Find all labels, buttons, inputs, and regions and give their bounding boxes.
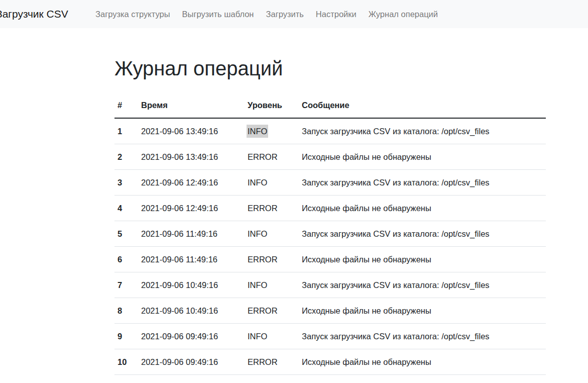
log-level: INFO [245, 118, 299, 144]
log-level: INFO [245, 272, 299, 298]
navbar-brand[interactable]: Загрузчик CSV [0, 0, 68, 28]
row-number: 9 [114, 324, 138, 349]
row-number: 5 [114, 221, 138, 247]
log-level-text: INFO [248, 280, 267, 290]
log-timestamp: 2021-09-06 13:49:16 [138, 144, 245, 170]
log-timestamp: 2021-09-06 11:49:16 [138, 247, 245, 272]
navbar: Загрузчик CSV Загрузка структурыВыгрузит… [0, 0, 588, 28]
log-level-text: ERROR [248, 255, 278, 264]
column-header: Время [138, 92, 245, 118]
log-message: Запуск загрузчика CSV из каталога: /opt/… [299, 324, 546, 349]
log-level: INFO [245, 324, 299, 349]
table-row: 72021-09-06 10:49:16INFOЗапуск загрузчик… [114, 272, 546, 298]
table-row: 12021-09-06 13:49:16INFOЗапуск загрузчик… [114, 118, 546, 144]
table-row: 32021-09-06 12:49:16INFOЗапуск загрузчик… [114, 170, 546, 196]
log-table: #ВремяУровеньСообщение 12021-09-06 13:49… [114, 92, 546, 375]
log-level: INFO [245, 221, 299, 247]
nav-link-выгрузить-шаблон[interactable]: Выгрузить шаблон [178, 6, 258, 23]
log-level: ERROR [245, 247, 299, 272]
log-message: Исходные файлы не обнаружены [299, 247, 546, 272]
log-message: Исходные файлы не обнаружены [299, 144, 546, 170]
navbar-menu: Загрузка структурыВыгрузить шаблонЗагруз… [89, 0, 444, 28]
log-message: Исходные файлы не обнаружены [299, 298, 546, 324]
row-number: 6 [114, 247, 138, 272]
page-title: Журнал операций [114, 56, 546, 80]
log-timestamp: 2021-09-06 10:49:16 [138, 272, 245, 298]
log-message: Запуск загрузчика CSV из каталога: /opt/… [299, 272, 546, 298]
nav-link-загрузка-структуры[interactable]: Загрузка структуры [91, 6, 174, 23]
row-number: 7 [114, 272, 138, 298]
log-timestamp: 2021-09-06 09:49:16 [138, 349, 245, 375]
log-level: INFO [245, 170, 299, 196]
row-number: 10 [114, 349, 138, 375]
column-header: # [114, 92, 138, 118]
log-level: ERROR [245, 144, 299, 170]
log-level-text: ERROR [248, 357, 278, 366]
table-row: 82021-09-06 10:49:16ERRORИсходные файлы … [114, 298, 546, 324]
navbar-item: Журнал операций [363, 6, 444, 23]
table-row: 102021-09-06 09:49:16ERRORИсходные файлы… [114, 349, 546, 375]
nav-link-журнал-операций[interactable]: Журнал операций [365, 6, 442, 23]
navbar-item: Загрузить [260, 6, 309, 23]
row-number: 4 [114, 196, 138, 221]
row-number: 8 [114, 298, 138, 324]
log-level-text: INFO [248, 229, 267, 238]
table-row: 92021-09-06 09:49:16INFOЗапуск загрузчик… [114, 324, 546, 349]
log-timestamp: 2021-09-06 12:49:16 [138, 170, 245, 196]
table-row: 42021-09-06 12:49:16ERRORИсходные файлы … [114, 196, 546, 221]
main-content: Журнал операций #ВремяУровеньСообщение 1… [114, 28, 546, 375]
log-message: Запуск загрузчика CSV из каталога: /opt/… [299, 118, 546, 144]
log-level-text: ERROR [248, 152, 278, 161]
navbar-item: Настройки [310, 6, 363, 23]
log-level-text-selected: INFO [247, 125, 268, 138]
row-number: 2 [114, 144, 138, 170]
navbar-item: Загрузка структуры [89, 6, 176, 23]
log-level: ERROR [245, 196, 299, 221]
column-header: Уровень [245, 92, 299, 118]
nav-link-настройки[interactable]: Настройки [312, 6, 361, 23]
log-level-text: ERROR [248, 204, 278, 213]
log-level: ERROR [245, 349, 299, 375]
log-table-header: #ВремяУровеньСообщение [114, 92, 546, 118]
log-timestamp: 2021-09-06 11:49:16 [138, 221, 245, 247]
log-message: Исходные файлы не обнаружены [299, 349, 546, 375]
table-row: 52021-09-06 11:49:16INFOЗапуск загрузчик… [114, 221, 546, 247]
table-row: 62021-09-06 11:49:16ERRORИсходные файлы … [114, 247, 546, 272]
column-header: Сообщение [299, 92, 546, 118]
log-timestamp: 2021-09-06 12:49:16 [138, 196, 245, 221]
row-number: 3 [114, 170, 138, 196]
log-timestamp: 2021-09-06 10:49:16 [138, 298, 245, 324]
log-message: Исходные файлы не обнаружены [299, 196, 546, 221]
log-level-text: ERROR [248, 306, 278, 315]
log-timestamp: 2021-09-06 09:49:16 [138, 324, 245, 349]
log-message: Запуск загрузчика CSV из каталога: /opt/… [299, 221, 546, 247]
table-row: 22021-09-06 13:49:16ERRORИсходные файлы … [114, 144, 546, 170]
navbar-item: Выгрузить шаблон [176, 6, 260, 23]
row-number: 1 [114, 118, 138, 144]
log-level-text: INFO [248, 332, 267, 341]
log-level-text: INFO [248, 178, 267, 187]
nav-link-загрузить[interactable]: Загрузить [262, 6, 307, 23]
log-level: ERROR [245, 298, 299, 324]
log-message: Запуск загрузчика CSV из каталога: /opt/… [299, 170, 546, 196]
log-timestamp: 2021-09-06 13:49:16 [138, 118, 245, 144]
